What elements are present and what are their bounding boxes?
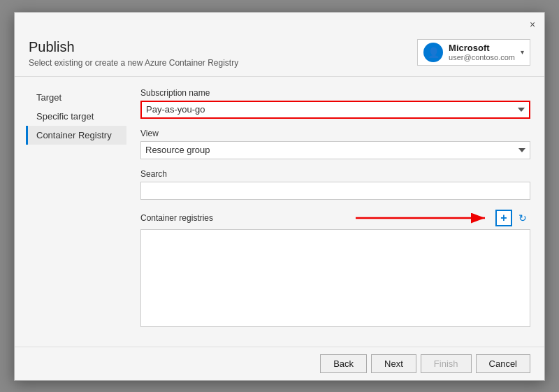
red-arrow-icon xyxy=(356,211,495,225)
search-group: Search xyxy=(140,169,530,200)
sidebar-container-registry-label: Container Registry xyxy=(36,130,112,140)
refresh-button[interactable]: ↻ xyxy=(515,210,530,226)
account-widget[interactable]: 👤 Microsoft user@contoso.com ▾ xyxy=(417,39,530,66)
account-chevron-icon: ▾ xyxy=(521,48,524,56)
sidebar-item-container-registry[interactable]: Container Registry xyxy=(26,126,126,145)
add-registry-button[interactable]: + xyxy=(495,210,512,226)
view-select[interactable]: Resource groupLocationType xyxy=(140,141,530,159)
sidebar: Target Specific target Container Registr… xyxy=(15,88,126,335)
view-label: View xyxy=(140,129,530,138)
finish-button[interactable]: Finish xyxy=(421,354,472,373)
account-email: user@contoso.com xyxy=(449,53,515,61)
view-group: View Resource groupLocationType xyxy=(140,129,530,159)
header-text: Publish Select existing or create a new … xyxy=(29,39,238,68)
container-registries-section: Container registries + ↻ xyxy=(140,210,530,327)
publish-dialog: × Publish Select existing or create a ne… xyxy=(14,12,545,381)
sidebar-item-specific-target[interactable]: Specific target xyxy=(26,107,126,126)
cancel-button[interactable]: Cancel xyxy=(476,354,530,373)
search-label: Search xyxy=(140,169,530,179)
subscription-label: Subscription name xyxy=(140,88,530,98)
header-section: Publish Select existing or create a new … xyxy=(15,32,544,77)
account-name: Microsoft xyxy=(449,43,515,53)
registries-list[interactable] xyxy=(140,229,530,327)
account-avatar: 👤 xyxy=(423,43,443,62)
next-button[interactable]: Next xyxy=(371,354,416,373)
search-input[interactable] xyxy=(140,182,530,200)
close-button[interactable]: × xyxy=(526,18,539,31)
main-form: Subscription name Pay-as-you-go View Res… xyxy=(126,88,544,335)
registries-header: Container registries + ↻ xyxy=(140,210,530,226)
registries-label: Container registries xyxy=(140,213,213,223)
footer: Back Next Finish Cancel xyxy=(15,347,544,380)
subscription-select[interactable]: Pay-as-you-go xyxy=(140,101,530,119)
title-bar: × xyxy=(15,13,544,32)
sidebar-item-target[interactable]: Target xyxy=(26,88,126,107)
content-area: Target Specific target Container Registr… xyxy=(15,77,544,347)
account-info: Microsoft user@contoso.com xyxy=(449,43,515,61)
subscription-group: Subscription name Pay-as-you-go xyxy=(140,88,530,119)
back-button[interactable]: Back xyxy=(320,354,367,373)
sidebar-specific-target-label: Specific target xyxy=(36,111,94,122)
dialog-subtitle: Select existing or create a new Azure Co… xyxy=(29,58,238,68)
dialog-title: Publish xyxy=(29,39,238,55)
sidebar-target-label: Target xyxy=(36,92,61,103)
